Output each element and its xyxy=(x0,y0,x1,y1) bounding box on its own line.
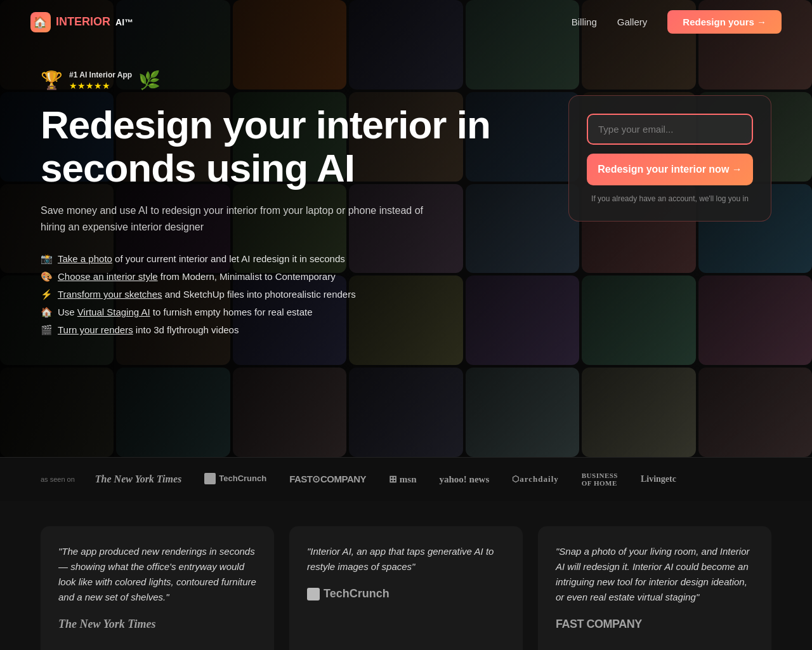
feature-sketches-text: Transform your sketches and SketchUp fil… xyxy=(58,289,356,300)
feature-staging-link[interactable]: Virtual Staging AI xyxy=(77,307,150,317)
feature-sketches-emoji: ⚡ xyxy=(41,289,53,300)
logo[interactable]: 🏠 INTERIOR AI™ xyxy=(30,12,133,32)
press-livingetc: Livingetc xyxy=(641,474,676,484)
feature-photo-emoji: 📸 xyxy=(41,253,53,265)
stars-rating: ★★★★★ xyxy=(69,81,132,91)
testimonials-section: "The app produced new renderings in seco… xyxy=(0,501,812,650)
laurel-left: 🏆 xyxy=(41,70,63,91)
testimonial-fast-quote: "Snap a photo of your living room, and I… xyxy=(556,544,754,605)
logo-icon: 🏠 xyxy=(30,12,51,32)
laurel-right: 🌿 xyxy=(138,70,160,91)
hero-subtitle: Save money and use AI to redesign your i… xyxy=(41,202,447,235)
login-hint: If you already have an account, we'll lo… xyxy=(587,194,753,203)
feature-renders: 🎬 Turn your renders into 3d flythrough v… xyxy=(41,324,497,336)
email-input[interactable] xyxy=(587,114,753,145)
feature-staging-text: Use Virtual Staging AI to furnish empty … xyxy=(58,307,313,317)
logo-interior: INTERIOR xyxy=(56,15,110,29)
hero-title: Redesign your interior in seconds using … xyxy=(41,103,497,190)
press-archdaily: ⬡archdaily xyxy=(512,474,559,484)
feature-staging-emoji: 🏠 xyxy=(41,307,53,318)
feature-list: 📸 Take a photo of your current interior … xyxy=(41,253,497,336)
testimonial-fast: "Snap a photo of your living room, and I… xyxy=(538,526,771,650)
press-msn: ⊞ msn xyxy=(389,474,416,485)
feature-sketches-link[interactable]: Transform your sketches xyxy=(58,289,162,300)
signup-card: Redesign your interior now → If you alre… xyxy=(568,95,771,222)
press-nyt: The New York Times xyxy=(95,474,181,485)
press-techcrunch: TechCrunch xyxy=(204,473,266,486)
feature-style: 🎨 Choose an interior style from Modern, … xyxy=(41,271,497,282)
press-label: as seen on xyxy=(41,475,75,483)
feature-sketches: ⚡ Transform your sketches and SketchUp f… xyxy=(41,289,497,300)
feature-photo-link[interactable]: Take a photo xyxy=(58,253,112,264)
feature-style-link[interactable]: Choose an interior style xyxy=(58,271,158,282)
feature-photo-text: Take a photo of your current interior an… xyxy=(58,253,345,264)
feature-staging: 🏠 Use Virtual Staging AI to furnish empt… xyxy=(41,307,497,318)
feature-renders-link[interactable]: Turn your renders xyxy=(58,324,133,335)
press-boh: BUSINESSOF HOME xyxy=(582,472,618,487)
press-yahoo: yahoo! news xyxy=(440,474,490,485)
testimonial-fast-source: FAST COMPANY xyxy=(556,618,754,631)
navigation: 🏠 INTERIOR AI™ Billing Gallery Redesign … xyxy=(0,0,812,44)
hero-section: 🏆 #1 AI Interior App ★★★★★ 🌿 Redesign yo… xyxy=(0,0,812,457)
award-text: #1 AI Interior App xyxy=(69,70,132,79)
nav-cta-button[interactable]: Redesign yours → xyxy=(667,10,782,34)
feature-renders-emoji: 🎬 xyxy=(41,324,53,336)
svg-text:🏠: 🏠 xyxy=(33,15,48,29)
testimonial-nyt: "The app produced new renderings in seco… xyxy=(41,526,274,650)
press-logos: The New York Times TechCrunch FAST⊙COMPA… xyxy=(95,472,676,487)
hero-content: 🏆 #1 AI Interior App ★★★★★ 🌿 Redesign yo… xyxy=(0,0,812,387)
hero-left: 🏆 #1 AI Interior App ★★★★★ 🌿 Redesign yo… xyxy=(41,70,497,336)
redesign-cta-button[interactable]: Redesign your interior now → xyxy=(587,154,753,185)
testimonial-nyt-source: The New York Times xyxy=(58,618,256,631)
nav-links: Billing Gallery Redesign yours → xyxy=(572,10,782,34)
hero-right: Redesign your interior now → If you alre… xyxy=(568,95,771,222)
logo-ai: AI™ xyxy=(115,17,133,27)
feature-renders-text: Turn your renders into 3d flythrough vid… xyxy=(58,324,239,335)
feature-photo: 📸 Take a photo of your current interior … xyxy=(41,253,497,265)
testimonial-tc: "Interior AI, an app that taps generativ… xyxy=(289,526,523,650)
billing-link[interactable]: Billing xyxy=(572,17,597,27)
feature-style-text: Choose an interior style from Modern, Mi… xyxy=(58,271,336,282)
feature-style-emoji: 🎨 xyxy=(41,271,53,282)
testimonial-tc-source: TechCrunch xyxy=(307,587,505,600)
testimonial-nyt-quote: "The app produced new renderings in seco… xyxy=(58,544,256,605)
press-bar: as seen on The New York Times TechCrunch… xyxy=(0,457,812,501)
award-badge: 🏆 #1 AI Interior App ★★★★★ 🌿 xyxy=(41,70,497,91)
testimonial-tc-quote: "Interior AI, an app that taps generativ… xyxy=(307,544,505,574)
press-fastcompany: FAST⊙COMPANY xyxy=(289,474,366,485)
gallery-link[interactable]: Gallery xyxy=(617,17,648,27)
